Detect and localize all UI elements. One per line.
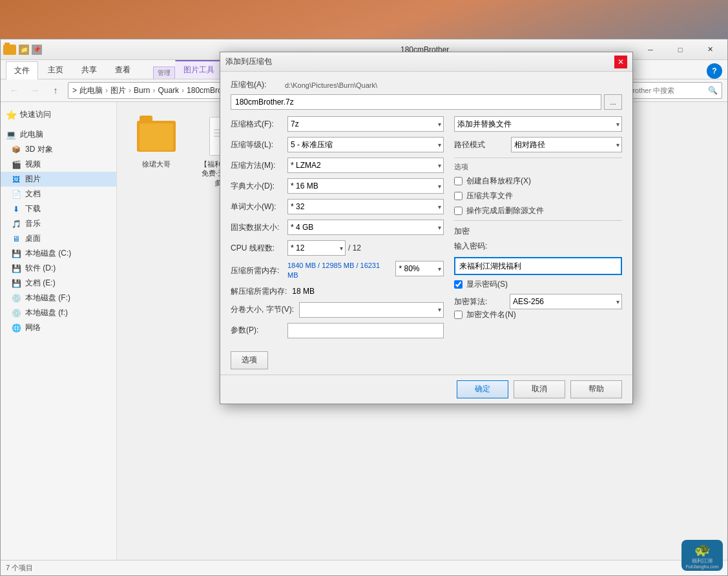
- memory-info-row: 1840 MB / 12985 MB / 16231 MB * 80%: [287, 261, 444, 281]
- format-select[interactable]: 7z: [287, 116, 444, 132]
- method-row: 压缩方法(M): * LZMA2: [231, 158, 444, 173]
- title-bar-left: 📁 📌: [3, 45, 214, 55]
- word-select[interactable]: * 32: [287, 199, 444, 214]
- dict-label: 字典大小(D):: [231, 181, 282, 192]
- cpu-row: CPU 线程数: * 12 / 12: [231, 240, 444, 256]
- sidebar-drive-e[interactable]: 💾 文档 (E:): [1, 276, 116, 291]
- method-select-wrap: * LZMA2: [287, 158, 444, 173]
- delete-checkbox-row[interactable]: 操作完成后删除源文件: [454, 205, 622, 216]
- show-pw-row[interactable]: 显示密码(S): [454, 279, 622, 290]
- help-dialog-button[interactable]: 帮助: [570, 380, 622, 398]
- sidebar-desktop[interactable]: 🖥 桌面: [1, 231, 116, 246]
- browse-button[interactable]: …: [604, 94, 622, 110]
- close-button[interactable]: ✕: [695, 39, 725, 60]
- sidebar-network[interactable]: 🌐 网络: [1, 320, 116, 335]
- dict-select[interactable]: * 16 MB: [287, 178, 444, 194]
- cpu-select-wrap: * 12: [287, 240, 346, 256]
- dialog-options-area: 选项: [220, 351, 632, 375]
- password-label-row: 输入密码:: [454, 241, 622, 252]
- maximize-button[interactable]: □: [665, 39, 695, 60]
- cpu-label: CPU 线程数:: [231, 243, 282, 254]
- path-segment-burn[interactable]: Burn: [134, 86, 150, 95]
- sidebar-quick-access[interactable]: ⭐ 快速访问: [1, 107, 116, 122]
- logo-icon: 🐢: [694, 542, 711, 557]
- search-icon[interactable]: 🔍: [708, 86, 718, 95]
- sidebar-pictures[interactable]: 🖼 图片: [1, 172, 116, 187]
- dialog-two-col: 压缩格式(F): 7z 压缩等级(L): 5 - 标准压缩: [231, 116, 622, 344]
- folder-icon: [137, 121, 176, 152]
- archive-path-value: d:\Kong\Pictures\Burn\Quark\: [285, 81, 377, 89]
- enter-pw-label: 输入密码:: [454, 241, 506, 252]
- cpu-select[interactable]: * 12: [287, 240, 346, 256]
- network-icon: 🌐: [11, 323, 21, 333]
- shared-checkbox-row[interactable]: 压缩共享文件: [454, 190, 622, 201]
- cancel-button[interactable]: 取消: [514, 380, 565, 398]
- drive-f2-icon: 💿: [11, 308, 21, 318]
- format-label: 压缩格式(F):: [231, 119, 282, 130]
- encrypt-method-row: 加密算法: AES-256: [454, 294, 622, 309]
- options-button[interactable]: 选项: [231, 351, 268, 369]
- show-pw-checkbox[interactable]: [454, 280, 463, 289]
- pathmode-row: 路径模式 相对路径: [454, 137, 622, 152]
- password-input[interactable]: [454, 257, 622, 275]
- tab-picture-tools[interactable]: 图片工具: [175, 60, 223, 79]
- tab-view[interactable]: 查看: [107, 61, 139, 79]
- word-label: 单词大小(W):: [231, 201, 282, 212]
- sidebar-drive-c[interactable]: 💾 本地磁盘 (C:): [1, 246, 116, 261]
- sfx-checkbox-row[interactable]: 创建自释放程序(X): [454, 176, 622, 187]
- sidebar-drive-f2[interactable]: 💿 本地磁盘 (f:): [1, 305, 116, 320]
- sidebar-documents[interactable]: 📄 文档: [1, 187, 116, 201]
- dialog-close-button[interactable]: ✕: [614, 56, 627, 68]
- pathmode-label: 路径模式: [454, 139, 506, 150]
- decomp-row: 解压缩所需内存: 18 MB: [231, 286, 444, 297]
- tab-share[interactable]: 共享: [73, 61, 105, 79]
- encrypt-method-select[interactable]: AES-256: [510, 294, 622, 309]
- path-segment-pc[interactable]: >: [72, 86, 77, 95]
- archive-name-input[interactable]: [231, 94, 601, 110]
- sidebar-music[interactable]: 🎵 音乐: [1, 216, 116, 231]
- path-segment-quark[interactable]: Quark: [158, 86, 179, 95]
- method-select[interactable]: * LZMA2: [287, 158, 444, 173]
- params-input[interactable]: [287, 323, 444, 338]
- pathmode-select-wrap: 相对路径: [511, 137, 622, 152]
- sidebar-video[interactable]: 🎬 视频: [1, 157, 116, 172]
- level-select[interactable]: 5 - 标准压缩: [287, 137, 444, 152]
- mem-percent-select[interactable]: * 80%: [395, 261, 444, 276]
- encrypt-filename-checkbox[interactable]: [454, 311, 463, 319]
- compress-dialog: 添加到压缩包 ✕ 压缩包(A): d:\Kong\Pictures\Burn\Q…: [220, 52, 633, 404]
- ok-button[interactable]: 确定: [457, 380, 508, 398]
- forward-button[interactable]: →: [26, 82, 43, 99]
- sidebar-drive-d[interactable]: 💾 软件 (D:): [1, 261, 116, 276]
- help-button[interactable]: ?: [707, 63, 722, 79]
- status-bar: 7 个项目 ☰☰ ⊞: [1, 560, 727, 575]
- dict-select-wrap: * 16 MB: [287, 178, 444, 194]
- path-sep-4: ›: [182, 86, 184, 95]
- sidebar-downloads[interactable]: ⬇ 下载: [1, 201, 116, 216]
- minimize-button[interactable]: ─: [636, 39, 665, 60]
- params-label: 参数(P):: [231, 325, 282, 336]
- shared-checkbox[interactable]: [454, 192, 463, 200]
- sidebar-3d-objects[interactable]: 📦 3D 对象: [1, 142, 116, 157]
- tab-home[interactable]: 主页: [39, 61, 72, 79]
- sfx-checkbox[interactable]: [454, 177, 463, 185]
- delete-checkbox[interactable]: [454, 207, 463, 215]
- update-select[interactable]: 添加并替换文件: [454, 116, 622, 132]
- file-item-folder[interactable]: 徐珺大哥: [127, 112, 185, 190]
- level-select-wrap: 5 - 标准压缩: [287, 137, 444, 152]
- memory-row: 压缩所需内存: 1840 MB / 12985 MB / 16231 MB * …: [231, 261, 444, 281]
- options-section: 选项 创建自释放程序(X) 压缩共享文件 操作完成后删除源文件: [454, 162, 622, 216]
- pathmode-select[interactable]: 相对路径: [511, 137, 622, 152]
- vol-label: 分卷大小, 字节(V):: [231, 304, 294, 315]
- path-segment-thispc[interactable]: 此电脑: [79, 85, 103, 96]
- format-select-wrap: 7z: [287, 116, 444, 132]
- tab-file[interactable]: 文件: [6, 61, 38, 79]
- path-segment-pictures[interactable]: 图片: [110, 85, 126, 96]
- title-controls: ─ □ ✕: [636, 39, 725, 60]
- encrypt-filename-row[interactable]: 加密文件名(N): [454, 309, 622, 320]
- sidebar-drive-f1[interactable]: 💿 本地磁盘 (F:): [1, 291, 116, 305]
- solid-select[interactable]: * 4 GB: [287, 220, 444, 235]
- back-button[interactable]: ←: [6, 82, 23, 99]
- up-button[interactable]: ↑: [47, 82, 64, 99]
- sidebar-this-pc[interactable]: 💻 此电脑: [1, 127, 116, 142]
- vol-select[interactable]: [299, 302, 444, 318]
